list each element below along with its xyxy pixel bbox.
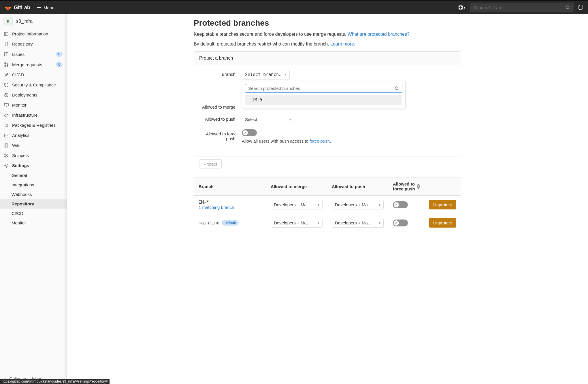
row-merge-select[interactable]: Developers + Ma…▾	[271, 200, 323, 209]
settings-sub-webhooks[interactable]: Webhooks	[0, 190, 67, 199]
sidebar-item-repository[interactable]: Repository	[0, 39, 67, 49]
th-force: Allowed to force push ?	[388, 177, 424, 196]
svg-point-16	[6, 165, 7, 166]
topbar: GitLab Menu ▾	[0, 0, 588, 14]
th-branch: Branch	[194, 177, 266, 196]
sidebar-item-label: Snippets	[12, 153, 29, 158]
sidebar-item-label: Project information	[12, 31, 48, 36]
push-select[interactable]: Select ▾	[242, 115, 294, 124]
count-badge: 0	[56, 62, 63, 67]
settings-sub-repository[interactable]: Repository	[0, 199, 67, 209]
row-force-toggle[interactable]: ✕	[393, 220, 408, 226]
branch-select[interactable]: Select branch… ▾	[242, 70, 290, 80]
sidebar-item-packages[interactable]: Packages & Registries	[0, 120, 67, 130]
file-icon	[4, 42, 9, 46]
what-are-protected-link[interactable]: What are protected branches?	[348, 32, 410, 37]
svg-point-9	[7, 74, 7, 74]
branch-name: mainline	[199, 220, 219, 226]
branch-search-input[interactable]	[248, 86, 395, 91]
package-icon	[4, 123, 9, 128]
learn-more-link[interactable]: Learn more.	[330, 41, 355, 46]
branch-option[interactable]: IM-5	[245, 95, 402, 105]
hamburger-icon	[37, 6, 41, 9]
page-description: Keep stable branches secure and force de…	[194, 32, 461, 37]
gear-icon	[4, 163, 9, 168]
svg-point-15	[5, 156, 6, 157]
sidebar-item-snippets[interactable]: Snippets	[0, 150, 67, 160]
th-push: Allowed to push	[327, 177, 388, 196]
branch-search[interactable]	[245, 84, 402, 93]
sidebar-item-settings[interactable]: Settings	[0, 160, 67, 171]
branch-name: IM-*	[199, 200, 234, 205]
count-badge: 0	[56, 52, 63, 57]
toggle-knob-icon: ✕	[243, 130, 248, 135]
sidebar-item-deployments[interactable]: Deployments	[0, 90, 67, 100]
brand-text: GitLab	[14, 5, 30, 11]
task-icon[interactable]	[578, 5, 583, 10]
svg-point-6	[5, 63, 6, 64]
branch-dropdown: IM-5	[242, 81, 406, 108]
sidebar-item-label: CI/CD	[12, 72, 24, 77]
menu-button[interactable]: Menu	[37, 5, 54, 10]
chart-icon	[4, 133, 9, 138]
project-name: s3_infra	[16, 19, 33, 24]
toggle-knob-icon: ✕	[394, 202, 399, 207]
global-search[interactable]	[470, 3, 574, 12]
svg-point-7	[5, 65, 6, 67]
sidebar-item-label: Deployments	[12, 92, 37, 97]
settings-sub-general[interactable]: General	[0, 171, 67, 180]
svg-rect-11	[4, 103, 8, 106]
table-row: mainline default	[194, 214, 266, 232]
force-push-toggle[interactable]: ✕	[242, 129, 257, 136]
create-button[interactable]: ▾	[459, 5, 465, 10]
row-merge-select[interactable]: Developers + Ma…▾	[271, 218, 323, 228]
protect-button[interactable]: Protect	[199, 159, 222, 169]
sidebar-item-merge-requests[interactable]: Merge requests 0	[0, 59, 67, 70]
sidebar-item-label: Wiki	[12, 143, 20, 148]
sidebar-item-label: Infrastructure	[12, 113, 37, 118]
help-icon[interactable]: ?	[417, 184, 420, 189]
brand[interactable]: GitLab	[5, 4, 30, 11]
row-push-select[interactable]: Developers + Ma…▾	[332, 218, 384, 228]
sidebar-item-cicd[interactable]: CI/CD	[0, 70, 67, 80]
chevron-down-icon: ▾	[379, 203, 380, 207]
issues-icon	[4, 52, 9, 56]
sidebar-item-infrastructure[interactable]: Infrastructure	[0, 110, 67, 120]
svg-point-1	[566, 6, 569, 9]
sidebar-item-analytics[interactable]: Analytics	[0, 130, 67, 140]
monitor-icon	[4, 103, 9, 107]
scissors-icon	[4, 153, 9, 158]
rocket-icon	[4, 73, 9, 77]
search-icon	[395, 86, 399, 91]
sidebar-item-monitor[interactable]: Monitor	[0, 100, 67, 110]
sidebar-item-label: Repository	[12, 41, 33, 46]
sidebar-item-label: Security & Compliance	[12, 82, 56, 87]
unprotect-button[interactable]: Unprotect	[429, 218, 456, 228]
toggle-knob-icon: ✕	[394, 220, 399, 226]
sidebar-item-wiki[interactable]: Wiki	[0, 140, 67, 150]
chevron-down-icon: ▾	[289, 118, 291, 122]
sidebar-item-project-information[interactable]: Project information	[0, 29, 67, 39]
sidebar-item-label: Monitor	[12, 103, 27, 107]
project-header[interactable]: S s3_infra	[0, 14, 67, 29]
row-force-toggle[interactable]: ✕	[393, 201, 408, 208]
matching-branch-link[interactable]: 1 matching branch	[199, 205, 234, 210]
sidebar-item-security[interactable]: Security & Compliance	[0, 80, 67, 90]
svg-rect-13	[5, 144, 8, 147]
unprotect-button[interactable]: Unprotect	[429, 200, 456, 209]
force-push-link[interactable]: force push	[310, 139, 330, 143]
cloud-icon	[4, 113, 9, 118]
settings-sub-integrations[interactable]: Integrations	[0, 180, 67, 190]
sidebar-item-label: Merge requests	[12, 62, 42, 67]
sidebar-item-issues[interactable]: Issues 0	[0, 49, 67, 59]
settings-sub-cicd[interactable]: CI/CD	[0, 209, 67, 218]
chevron-down-icon: ▾	[284, 73, 286, 77]
table-row: IM-* 1 matching branch	[194, 196, 266, 214]
row-push-select[interactable]: Developers + Ma…▾	[332, 200, 384, 209]
protected-branches-table: Branch Allowed to merge Allowed to push …	[194, 177, 461, 232]
protect-branch-panel: Protect a branch Branch: Select branch… …	[194, 51, 461, 172]
search-icon	[566, 5, 570, 10]
global-search-input[interactable]	[473, 5, 566, 10]
merge-label: Allowed to merge:	[199, 103, 242, 109]
settings-sub-monitor[interactable]: Monitor	[0, 218, 67, 228]
